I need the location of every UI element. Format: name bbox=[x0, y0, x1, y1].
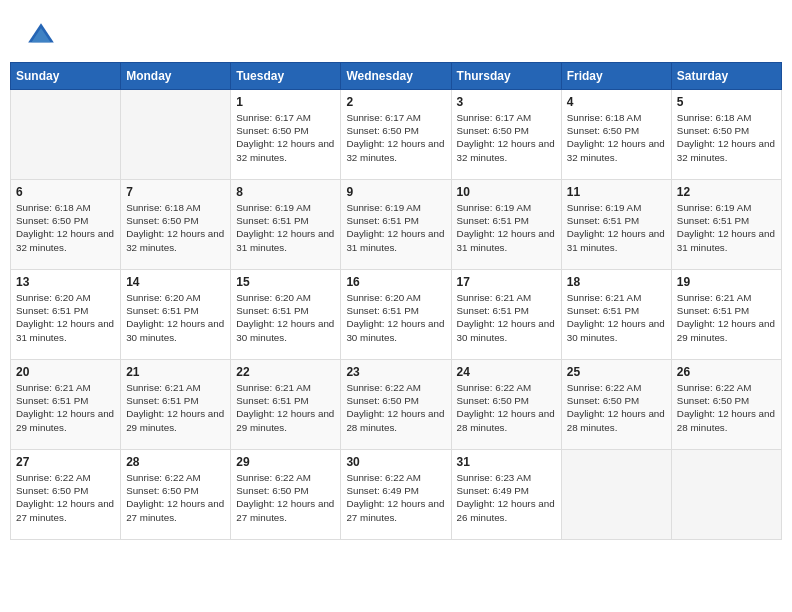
calendar-cell: 9Sunrise: 6:19 AM Sunset: 6:51 PM Daylig… bbox=[341, 180, 451, 270]
day-info: Sunrise: 6:17 AM Sunset: 6:50 PM Dayligh… bbox=[346, 111, 445, 164]
day-number: 23 bbox=[346, 365, 445, 379]
day-number: 16 bbox=[346, 275, 445, 289]
page-header bbox=[10, 10, 782, 57]
calendar-cell: 26Sunrise: 6:22 AM Sunset: 6:50 PM Dayli… bbox=[671, 360, 781, 450]
calendar-cell: 24Sunrise: 6:22 AM Sunset: 6:50 PM Dayli… bbox=[451, 360, 561, 450]
calendar-cell: 7Sunrise: 6:18 AM Sunset: 6:50 PM Daylig… bbox=[121, 180, 231, 270]
calendar-week-row: 6Sunrise: 6:18 AM Sunset: 6:50 PM Daylig… bbox=[11, 180, 782, 270]
day-info: Sunrise: 6:21 AM Sunset: 6:51 PM Dayligh… bbox=[236, 381, 335, 434]
calendar-cell: 4Sunrise: 6:18 AM Sunset: 6:50 PM Daylig… bbox=[561, 90, 671, 180]
day-info: Sunrise: 6:22 AM Sunset: 6:49 PM Dayligh… bbox=[346, 471, 445, 524]
calendar-table: SundayMondayTuesdayWednesdayThursdayFrid… bbox=[10, 62, 782, 540]
weekday-header-saturday: Saturday bbox=[671, 63, 781, 90]
day-info: Sunrise: 6:21 AM Sunset: 6:51 PM Dayligh… bbox=[16, 381, 115, 434]
calendar-cell: 19Sunrise: 6:21 AM Sunset: 6:51 PM Dayli… bbox=[671, 270, 781, 360]
day-info: Sunrise: 6:19 AM Sunset: 6:51 PM Dayligh… bbox=[457, 201, 556, 254]
day-number: 9 bbox=[346, 185, 445, 199]
calendar-cell: 5Sunrise: 6:18 AM Sunset: 6:50 PM Daylig… bbox=[671, 90, 781, 180]
day-number: 26 bbox=[677, 365, 776, 379]
day-number: 28 bbox=[126, 455, 225, 469]
day-info: Sunrise: 6:20 AM Sunset: 6:51 PM Dayligh… bbox=[126, 291, 225, 344]
calendar-cell bbox=[561, 450, 671, 540]
day-number: 1 bbox=[236, 95, 335, 109]
day-number: 27 bbox=[16, 455, 115, 469]
calendar-cell: 14Sunrise: 6:20 AM Sunset: 6:51 PM Dayli… bbox=[121, 270, 231, 360]
calendar-body: 1Sunrise: 6:17 AM Sunset: 6:50 PM Daylig… bbox=[11, 90, 782, 540]
calendar-cell: 27Sunrise: 6:22 AM Sunset: 6:50 PM Dayli… bbox=[11, 450, 121, 540]
day-number: 7 bbox=[126, 185, 225, 199]
day-number: 30 bbox=[346, 455, 445, 469]
day-info: Sunrise: 6:17 AM Sunset: 6:50 PM Dayligh… bbox=[236, 111, 335, 164]
day-info: Sunrise: 6:23 AM Sunset: 6:49 PM Dayligh… bbox=[457, 471, 556, 524]
day-info: Sunrise: 6:20 AM Sunset: 6:51 PM Dayligh… bbox=[346, 291, 445, 344]
calendar-cell: 20Sunrise: 6:21 AM Sunset: 6:51 PM Dayli… bbox=[11, 360, 121, 450]
calendar-cell: 10Sunrise: 6:19 AM Sunset: 6:51 PM Dayli… bbox=[451, 180, 561, 270]
day-info: Sunrise: 6:21 AM Sunset: 6:51 PM Dayligh… bbox=[567, 291, 666, 344]
day-info: Sunrise: 6:22 AM Sunset: 6:50 PM Dayligh… bbox=[236, 471, 335, 524]
day-info: Sunrise: 6:17 AM Sunset: 6:50 PM Dayligh… bbox=[457, 111, 556, 164]
day-info: Sunrise: 6:19 AM Sunset: 6:51 PM Dayligh… bbox=[236, 201, 335, 254]
calendar-week-row: 13Sunrise: 6:20 AM Sunset: 6:51 PM Dayli… bbox=[11, 270, 782, 360]
day-number: 31 bbox=[457, 455, 556, 469]
weekday-header-wednesday: Wednesday bbox=[341, 63, 451, 90]
calendar-week-row: 27Sunrise: 6:22 AM Sunset: 6:50 PM Dayli… bbox=[11, 450, 782, 540]
day-info: Sunrise: 6:18 AM Sunset: 6:50 PM Dayligh… bbox=[677, 111, 776, 164]
calendar-cell bbox=[11, 90, 121, 180]
calendar-cell: 1Sunrise: 6:17 AM Sunset: 6:50 PM Daylig… bbox=[231, 90, 341, 180]
day-number: 3 bbox=[457, 95, 556, 109]
day-info: Sunrise: 6:18 AM Sunset: 6:50 PM Dayligh… bbox=[126, 201, 225, 254]
day-info: Sunrise: 6:21 AM Sunset: 6:51 PM Dayligh… bbox=[677, 291, 776, 344]
calendar-cell: 31Sunrise: 6:23 AM Sunset: 6:49 PM Dayli… bbox=[451, 450, 561, 540]
day-number: 25 bbox=[567, 365, 666, 379]
calendar-cell: 17Sunrise: 6:21 AM Sunset: 6:51 PM Dayli… bbox=[451, 270, 561, 360]
day-info: Sunrise: 6:18 AM Sunset: 6:50 PM Dayligh… bbox=[567, 111, 666, 164]
calendar-week-row: 1Sunrise: 6:17 AM Sunset: 6:50 PM Daylig… bbox=[11, 90, 782, 180]
calendar-cell: 18Sunrise: 6:21 AM Sunset: 6:51 PM Dayli… bbox=[561, 270, 671, 360]
calendar-cell: 15Sunrise: 6:20 AM Sunset: 6:51 PM Dayli… bbox=[231, 270, 341, 360]
calendar-cell bbox=[121, 90, 231, 180]
logo-icon bbox=[25, 20, 57, 52]
calendar-cell: 29Sunrise: 6:22 AM Sunset: 6:50 PM Dayli… bbox=[231, 450, 341, 540]
day-info: Sunrise: 6:22 AM Sunset: 6:50 PM Dayligh… bbox=[16, 471, 115, 524]
calendar-cell: 30Sunrise: 6:22 AM Sunset: 6:49 PM Dayli… bbox=[341, 450, 451, 540]
day-info: Sunrise: 6:22 AM Sunset: 6:50 PM Dayligh… bbox=[567, 381, 666, 434]
day-number: 2 bbox=[346, 95, 445, 109]
day-info: Sunrise: 6:21 AM Sunset: 6:51 PM Dayligh… bbox=[126, 381, 225, 434]
day-info: Sunrise: 6:19 AM Sunset: 6:51 PM Dayligh… bbox=[567, 201, 666, 254]
day-number: 21 bbox=[126, 365, 225, 379]
day-number: 24 bbox=[457, 365, 556, 379]
day-info: Sunrise: 6:22 AM Sunset: 6:50 PM Dayligh… bbox=[457, 381, 556, 434]
calendar-cell: 22Sunrise: 6:21 AM Sunset: 6:51 PM Dayli… bbox=[231, 360, 341, 450]
day-number: 19 bbox=[677, 275, 776, 289]
calendar-cell: 23Sunrise: 6:22 AM Sunset: 6:50 PM Dayli… bbox=[341, 360, 451, 450]
day-info: Sunrise: 6:21 AM Sunset: 6:51 PM Dayligh… bbox=[457, 291, 556, 344]
day-info: Sunrise: 6:18 AM Sunset: 6:50 PM Dayligh… bbox=[16, 201, 115, 254]
calendar-cell bbox=[671, 450, 781, 540]
day-number: 20 bbox=[16, 365, 115, 379]
day-number: 12 bbox=[677, 185, 776, 199]
day-number: 18 bbox=[567, 275, 666, 289]
weekday-header-sunday: Sunday bbox=[11, 63, 121, 90]
weekday-header-row: SundayMondayTuesdayWednesdayThursdayFrid… bbox=[11, 63, 782, 90]
calendar-cell: 25Sunrise: 6:22 AM Sunset: 6:50 PM Dayli… bbox=[561, 360, 671, 450]
calendar-cell: 2Sunrise: 6:17 AM Sunset: 6:50 PM Daylig… bbox=[341, 90, 451, 180]
calendar-cell: 8Sunrise: 6:19 AM Sunset: 6:51 PM Daylig… bbox=[231, 180, 341, 270]
calendar-cell: 12Sunrise: 6:19 AM Sunset: 6:51 PM Dayli… bbox=[671, 180, 781, 270]
day-info: Sunrise: 6:22 AM Sunset: 6:50 PM Dayligh… bbox=[346, 381, 445, 434]
day-number: 8 bbox=[236, 185, 335, 199]
calendar-cell: 21Sunrise: 6:21 AM Sunset: 6:51 PM Dayli… bbox=[121, 360, 231, 450]
calendar-cell: 13Sunrise: 6:20 AM Sunset: 6:51 PM Dayli… bbox=[11, 270, 121, 360]
weekday-header-tuesday: Tuesday bbox=[231, 63, 341, 90]
day-info: Sunrise: 6:20 AM Sunset: 6:51 PM Dayligh… bbox=[236, 291, 335, 344]
calendar-cell: 3Sunrise: 6:17 AM Sunset: 6:50 PM Daylig… bbox=[451, 90, 561, 180]
day-number: 6 bbox=[16, 185, 115, 199]
day-info: Sunrise: 6:20 AM Sunset: 6:51 PM Dayligh… bbox=[16, 291, 115, 344]
calendar-week-row: 20Sunrise: 6:21 AM Sunset: 6:51 PM Dayli… bbox=[11, 360, 782, 450]
day-number: 14 bbox=[126, 275, 225, 289]
day-info: Sunrise: 6:19 AM Sunset: 6:51 PM Dayligh… bbox=[346, 201, 445, 254]
calendar-cell: 6Sunrise: 6:18 AM Sunset: 6:50 PM Daylig… bbox=[11, 180, 121, 270]
day-info: Sunrise: 6:19 AM Sunset: 6:51 PM Dayligh… bbox=[677, 201, 776, 254]
day-number: 15 bbox=[236, 275, 335, 289]
day-info: Sunrise: 6:22 AM Sunset: 6:50 PM Dayligh… bbox=[677, 381, 776, 434]
day-number: 10 bbox=[457, 185, 556, 199]
